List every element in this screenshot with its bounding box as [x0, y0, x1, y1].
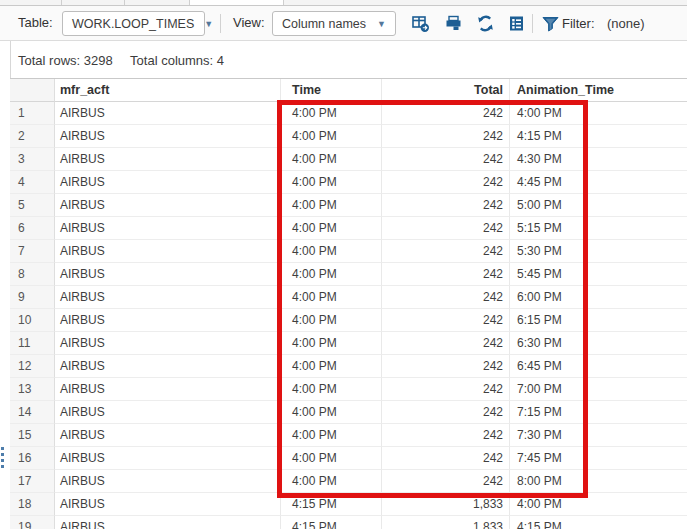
table-row[interactable]: 3 AIRBUS 4:00 PM 242 4:30 PM [10, 148, 687, 171]
column-header-animation-time[interactable]: Animation_Time [510, 79, 687, 102]
time-cell[interactable]: 4:00 PM [281, 125, 382, 148]
tab-results[interactable]: RESULTS [125, 0, 190, 5]
total-cell[interactable]: 242 [382, 263, 510, 286]
row-number-cell[interactable]: 17 [10, 470, 55, 493]
column-properties-icon[interactable] [507, 14, 526, 33]
animation-time-cell[interactable]: 6:15 PM [510, 309, 687, 332]
animation-time-cell[interactable]: 4:15 PM [510, 516, 687, 529]
row-number-cell[interactable]: 1 [10, 102, 55, 125]
row-number-cell[interactable]: 5 [10, 194, 55, 217]
total-cell[interactable]: 1,833 [382, 493, 510, 516]
animation-time-cell[interactable]: 5:30 PM [510, 240, 687, 263]
time-cell[interactable]: 4:00 PM [281, 102, 382, 125]
time-cell[interactable]: 4:00 PM [281, 240, 382, 263]
table-row[interactable]: 17 AIRBUS 4:00 PM 242 8:00 PM [10, 470, 687, 493]
row-number-cell[interactable]: 2 [10, 125, 55, 148]
table-row[interactable]: 19 AIRBUS 4:15 PM 1,833 4:15 PM [10, 516, 687, 529]
filter-funnel-icon[interactable] [541, 14, 560, 33]
table-row[interactable]: 1 AIRBUS 4:00 PM 242 4:00 PM [10, 102, 687, 125]
time-cell[interactable]: 4:00 PM [281, 470, 382, 493]
animation-time-cell[interactable]: 4:15 PM [510, 125, 687, 148]
table-select[interactable]: WORK.LOOP_TIMES ▼ [62, 11, 205, 36]
total-cell[interactable]: 242 [382, 148, 510, 171]
table-row[interactable]: 15 AIRBUS 4:00 PM 242 7:30 PM [10, 424, 687, 447]
total-cell[interactable]: 242 [382, 447, 510, 470]
time-cell[interactable]: 4:00 PM [281, 194, 382, 217]
splitter-handle[interactable] [1, 447, 5, 469]
table-row[interactable]: 14 AIRBUS 4:00 PM 242 7:15 PM [10, 401, 687, 424]
time-cell[interactable]: 4:00 PM [281, 378, 382, 401]
total-cell[interactable]: 242 [382, 332, 510, 355]
view-select[interactable]: Column names ▼ [272, 11, 396, 36]
time-cell[interactable]: 4:00 PM [281, 286, 382, 309]
animation-time-cell[interactable]: 5:15 PM [510, 217, 687, 240]
row-number-cell[interactable]: 8 [10, 263, 55, 286]
mfr-acft-cell[interactable]: AIRBUS [55, 447, 281, 470]
mfr-acft-cell[interactable]: AIRBUS [55, 378, 281, 401]
row-number-cell[interactable]: 3 [10, 148, 55, 171]
total-cell[interactable]: 242 [382, 102, 510, 125]
animation-time-cell[interactable]: 6:30 PM [510, 332, 687, 355]
time-cell[interactable]: 4:00 PM [281, 171, 382, 194]
animation-time-cell[interactable]: 7:45 PM [510, 447, 687, 470]
time-cell[interactable]: 4:00 PM [281, 263, 382, 286]
table-row[interactable]: 16 AIRBUS 4:00 PM 242 7:45 PM [10, 447, 687, 470]
row-number-cell[interactable]: 7 [10, 240, 55, 263]
column-header-total[interactable]: Total [382, 79, 510, 102]
mfr-acft-cell[interactable]: AIRBUS [55, 516, 281, 529]
row-number-cell[interactable]: 11 [10, 332, 55, 355]
time-cell[interactable]: 4:00 PM [281, 424, 382, 447]
mfr-acft-cell[interactable]: AIRBUS [55, 263, 281, 286]
table-row[interactable]: 6 AIRBUS 4:00 PM 242 5:15 PM [10, 217, 687, 240]
mfr-acft-cell[interactable]: AIRBUS [55, 332, 281, 355]
mfr-acft-cell[interactable]: AIRBUS [55, 309, 281, 332]
total-cell[interactable]: 242 [382, 171, 510, 194]
column-header-mfr-acft[interactable]: mfr_acft [55, 79, 281, 102]
time-cell[interactable]: 4:15 PM [281, 493, 382, 516]
table-row[interactable]: 7 AIRBUS 4:00 PM 242 5:30 PM [10, 240, 687, 263]
total-cell[interactable]: 242 [382, 378, 510, 401]
row-number-cell[interactable]: 13 [10, 378, 55, 401]
mfr-acft-cell[interactable]: AIRBUS [55, 355, 281, 378]
mfr-acft-cell[interactable]: AIRBUS [55, 240, 281, 263]
mfr-acft-cell[interactable]: AIRBUS [55, 194, 281, 217]
time-cell[interactable]: 4:00 PM [281, 447, 382, 470]
animation-time-cell[interactable]: 6:00 PM [510, 286, 687, 309]
tab-log[interactable]: LOG [62, 0, 125, 5]
animation-time-cell[interactable]: 6:45 PM [510, 355, 687, 378]
total-cell[interactable]: 242 [382, 309, 510, 332]
row-number-cell[interactable]: 9 [10, 286, 55, 309]
table-row[interactable]: 5 AIRBUS 4:00 PM 242 5:00 PM [10, 194, 687, 217]
row-number-cell[interactable]: 14 [10, 401, 55, 424]
total-cell[interactable]: 242 [382, 194, 510, 217]
table-row[interactable]: 18 AIRBUS 4:15 PM 1,833 4:00 PM [10, 493, 687, 516]
animation-time-cell[interactable]: 4:30 PM [510, 148, 687, 171]
time-cell[interactable]: 4:00 PM [281, 401, 382, 424]
time-cell[interactable]: 4:00 PM [281, 309, 382, 332]
total-cell[interactable]: 242 [382, 286, 510, 309]
mfr-acft-cell[interactable]: AIRBUS [55, 286, 281, 309]
animation-time-cell[interactable]: 4:00 PM [510, 102, 687, 125]
time-cell[interactable]: 4:00 PM [281, 332, 382, 355]
table-row[interactable]: 10 AIRBUS 4:00 PM 242 6:15 PM [10, 309, 687, 332]
time-cell[interactable]: 4:00 PM [281, 355, 382, 378]
mfr-acft-cell[interactable]: AIRBUS [55, 401, 281, 424]
row-number-cell[interactable]: 6 [10, 217, 55, 240]
export-table-icon[interactable] [411, 14, 430, 33]
animation-time-cell[interactable]: 7:30 PM [510, 424, 687, 447]
row-number-cell[interactable]: 19 [10, 516, 55, 529]
table-row[interactable]: 8 AIRBUS 4:00 PM 242 5:45 PM [10, 263, 687, 286]
total-cell[interactable]: 242 [382, 355, 510, 378]
tab-output-data[interactable]: OUTPUT DATA [190, 0, 284, 5]
animation-time-cell[interactable]: 5:00 PM [510, 194, 687, 217]
time-cell[interactable]: 4:00 PM [281, 217, 382, 240]
mfr-acft-cell[interactable]: AIRBUS [55, 125, 281, 148]
mfr-acft-cell[interactable]: AIRBUS [55, 148, 281, 171]
mfr-acft-cell[interactable]: AIRBUS [55, 217, 281, 240]
row-number-cell[interactable]: 16 [10, 447, 55, 470]
mfr-acft-cell[interactable]: AIRBUS [55, 102, 281, 125]
animation-time-cell[interactable]: 5:45 PM [510, 263, 687, 286]
animation-time-cell[interactable]: 4:45 PM [510, 171, 687, 194]
animation-time-cell[interactable]: 8:00 PM [510, 470, 687, 493]
table-row[interactable]: 13 AIRBUS 4:00 PM 242 7:00 PM [10, 378, 687, 401]
